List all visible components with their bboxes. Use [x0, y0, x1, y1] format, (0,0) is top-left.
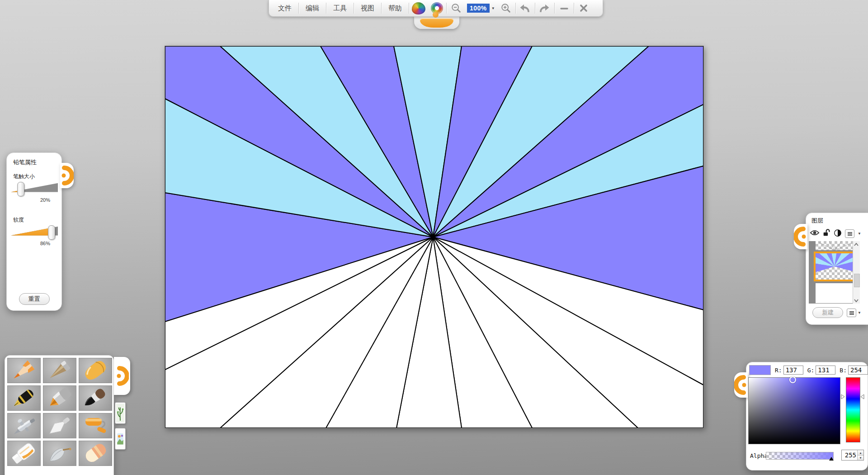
close-button[interactable]	[575, 1, 593, 15]
toolbar-separator	[354, 3, 354, 14]
saturation-value-picker[interactable]	[748, 377, 840, 444]
alpha-slider-thumb[interactable]	[829, 457, 834, 461]
menu-edit[interactable]: 编辑	[299, 0, 326, 16]
chevron-down-icon[interactable]: ▼	[491, 6, 495, 10]
airbrush-tool[interactable]	[7, 413, 41, 438]
drawing-canvas[interactable]	[165, 46, 704, 428]
close-icon	[579, 4, 588, 13]
color-panel-ear-tab[interactable]	[734, 372, 748, 398]
clown-ear-icon	[115, 363, 129, 389]
layer-item-starburst-selected[interactable]	[814, 252, 855, 281]
charcoal-icon	[45, 360, 74, 381]
scroll-down-icon[interactable]	[854, 298, 859, 303]
tool-palette-ear-tab[interactable]	[114, 357, 130, 395]
layer-item-sketch[interactable]	[816, 241, 854, 250]
redo-button[interactable]	[536, 1, 554, 15]
zoom-level-select[interactable]: 100% ▼	[465, 4, 497, 13]
softness-slider-thumb[interactable]	[48, 225, 55, 240]
clown-left-eye-button[interactable]	[410, 1, 428, 15]
eraser-tool[interactable]	[79, 441, 112, 466]
toolbar-separator	[554, 3, 555, 14]
softness-slider[interactable]	[11, 224, 58, 240]
ink-brush-tool[interactable]	[79, 385, 112, 411]
pencil-tool[interactable]	[7, 358, 41, 383]
layers-panel-ear-tab[interactable]	[794, 224, 807, 249]
brush-size-value: 20%	[7, 197, 50, 203]
layer-lock-button[interactable]	[823, 228, 830, 239]
list-lines-icon	[847, 232, 853, 236]
clown-ear-icon	[734, 372, 748, 398]
leaf-knife-icon	[45, 442, 74, 464]
rainbow-face-eye-icon	[412, 2, 425, 14]
hue-marker-right-icon[interactable]	[860, 394, 864, 399]
layer-item-white[interactable]	[816, 283, 854, 303]
clown-nose-icon	[433, 12, 439, 18]
hue-strip[interactable]	[846, 377, 860, 442]
zoom-level-value[interactable]: 100%	[467, 4, 490, 13]
layers-options-button[interactable]	[847, 309, 856, 317]
crayon-tool[interactable]	[79, 358, 112, 383]
tool-palette-panel	[5, 355, 114, 475]
charcoal-stick-tool[interactable]	[43, 358, 76, 383]
chevron-down-icon[interactable]: ▼	[858, 311, 861, 315]
blue-value-input[interactable]: 254	[848, 366, 868, 375]
paint-jar-tool[interactable]	[7, 441, 41, 466]
menu-file[interactable]: 文件	[272, 0, 298, 16]
menu-help[interactable]: 帮助	[382, 0, 408, 16]
layer-visibility-button[interactable]	[810, 229, 820, 238]
slider-fill	[11, 224, 51, 240]
ink-brush-icon	[81, 387, 110, 409]
hue-marker-left-icon[interactable]	[841, 394, 845, 399]
brush-size-label: 笔触大小	[13, 173, 35, 180]
brush-size-slider[interactable]	[11, 181, 58, 196]
layer-opacity-button[interactable]	[834, 229, 842, 239]
layer-list-menu-button[interactable]	[845, 229, 854, 238]
green-value-input[interactable]: 131	[816, 366, 835, 375]
alpha-slider[interactable]	[766, 452, 834, 460]
new-layer-button[interactable]: 新建	[812, 307, 843, 318]
color-cursor-icon[interactable]	[789, 376, 796, 383]
pencil-properties-panel: 铅笔属性 笔触大小 20% 软度 86% 重置	[6, 152, 62, 311]
toolbar-separator	[381, 3, 382, 14]
brush-size-slider-thumb[interactable]	[17, 182, 24, 196]
picture-stamp-button[interactable]	[115, 428, 126, 450]
palette-knife-tool[interactable]	[43, 413, 76, 438]
toolbar-separator	[535, 3, 535, 14]
toolbar-separator	[446, 3, 447, 14]
fountain-pen-tool[interactable]	[7, 385, 41, 411]
menu-tools[interactable]: 工具	[327, 0, 353, 16]
undo-button[interactable]	[516, 1, 534, 15]
toolbar-separator	[574, 3, 574, 14]
zoom-in-button[interactable]	[497, 1, 515, 15]
green-label: G:	[807, 367, 815, 374]
chevron-down-icon[interactable]: ▼	[858, 232, 861, 236]
plant-stamp-icon	[116, 404, 124, 423]
layers-panel-title: 图层	[811, 217, 823, 225]
picture-stamp-icon	[116, 429, 124, 448]
clown-ear-icon	[794, 224, 807, 249]
menu-view[interactable]: 视图	[354, 0, 381, 16]
layers-panel: 图层 ▼	[806, 213, 868, 325]
layers-scrollbar[interactable]	[853, 241, 860, 304]
airbrush-icon	[9, 415, 38, 437]
pencil-panel-ear-tab[interactable]	[60, 163, 74, 188]
red-value-input[interactable]: 137	[783, 366, 803, 375]
leaf-knife-tool[interactable]	[43, 441, 76, 466]
alpha-label: Alpha	[750, 452, 768, 459]
undo-arrow-icon	[519, 3, 531, 14]
starburst-drawing[interactable]	[165, 46, 703, 428]
zoom-out-button[interactable]	[447, 1, 465, 15]
softness-value: 86%	[7, 241, 50, 246]
alpha-value[interactable]: 255	[842, 451, 857, 459]
minimize-button[interactable]	[555, 1, 573, 15]
reset-button[interactable]: 重置	[19, 293, 50, 305]
crayon-icon	[81, 360, 110, 381]
scrollbar-thumb[interactable]	[854, 274, 860, 287]
paint-brush-tool[interactable]	[43, 385, 76, 411]
scroll-up-icon[interactable]	[854, 242, 859, 247]
plant-stamp-button[interactable]	[115, 402, 126, 424]
alpha-value-spinner[interactable]: 255 ▲ ▼	[841, 450, 864, 461]
paint-roller-tool[interactable]	[79, 413, 112, 438]
spin-up-icon[interactable]: ▲	[858, 450, 863, 455]
spin-down-icon[interactable]: ▼	[858, 455, 863, 461]
